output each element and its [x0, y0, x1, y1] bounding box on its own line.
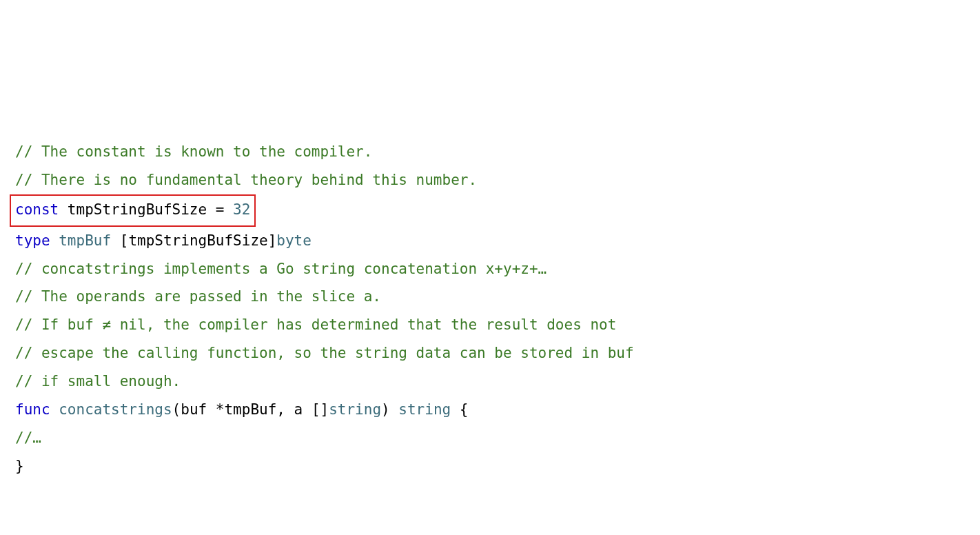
keyword-type: type: [15, 232, 50, 249]
const-value: 32: [233, 201, 250, 218]
byte-type: byte: [276, 232, 312, 249]
comment-text: // The operands are passed in the slice …: [15, 288, 381, 305]
func-decl-line: func concatstrings(buf *tmpBuf, a []stri…: [15, 396, 980, 424]
comment-line-6: // escape the calling function, so the s…: [15, 339, 980, 367]
comment-text: //…: [15, 430, 41, 446]
comment-line-7: // if small enough.: [15, 367, 980, 396]
type-body: [tmpStringBufSize]: [111, 232, 276, 249]
params-open: (buf *tmpBuf, a []: [172, 401, 329, 418]
params-mid: ): [381, 401, 398, 418]
comment-line-5: // If buf ≠ nil, the compiler has determ…: [15, 311, 980, 339]
comment-text: // The constant is known to the compiler…: [15, 143, 372, 160]
comment-text: // If buf ≠ nil, the compiler has determ…: [15, 316, 616, 333]
comment-line-2: // There is no fundamental theory behind…: [15, 166, 980, 194]
const-identifier: tmpStringBufSize: [59, 201, 216, 218]
highlight-box: const tmpStringBufSize = 32: [10, 194, 256, 227]
keyword-const: const: [15, 201, 59, 218]
comment-line-1: // The constant is known to the compiler…: [15, 138, 980, 166]
brace-close-line: }: [15, 452, 980, 481]
brace-close: }: [15, 458, 24, 474]
type-identifier: tmpBuf: [50, 232, 112, 249]
keyword-func: func: [15, 401, 50, 418]
comment-text: // There is no fundamental theory behind…: [15, 172, 477, 188]
return-type: string: [398, 401, 451, 418]
brace-open: {: [451, 401, 468, 418]
type-decl-line: type tmpBuf [tmpStringBufSize]byte: [15, 227, 980, 255]
comment-text: // escape the calling function, so the s…: [15, 345, 634, 361]
comment-text: // if small enough.: [15, 373, 181, 390]
comment-line-8: //…: [15, 424, 980, 452]
comment-line-3: // concatstrings implements a Go string …: [15, 255, 980, 283]
comment-text: // concatstrings implements a Go string …: [15, 261, 547, 277]
const-decl-line: const tmpStringBufSize = 32: [15, 194, 980, 227]
comment-line-4: // The operands are passed in the slice …: [15, 283, 980, 311]
equals-sign: =: [216, 201, 233, 218]
string-type: string: [329, 401, 381, 418]
func-identifier: concatstrings: [50, 401, 172, 418]
